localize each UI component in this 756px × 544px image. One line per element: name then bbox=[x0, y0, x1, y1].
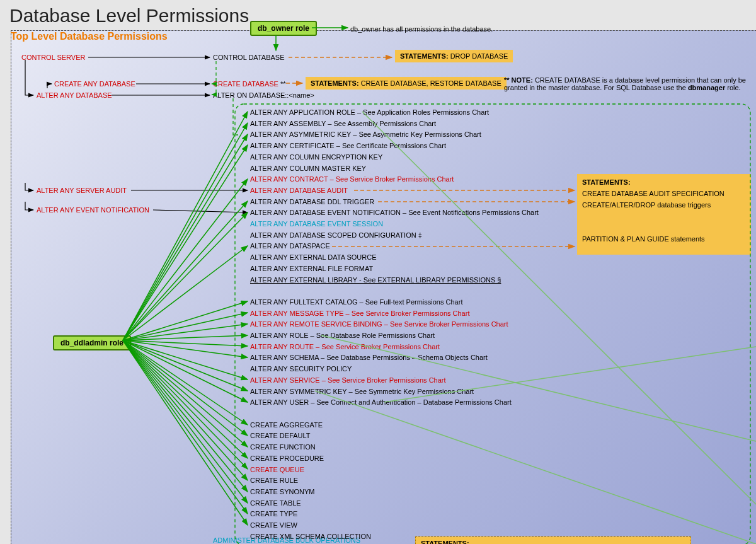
statement-box-right: STATEMENTS: CREATE DATABASE AUDIT SPECIF… bbox=[577, 174, 751, 255]
section-heading: Top Level Database Permissions bbox=[11, 31, 168, 42]
perm-create-any-database: CREATE ANY DATABASE bbox=[54, 80, 135, 88]
permission-item: ALTER ANY COLUMN ENCRYPTION KEY bbox=[250, 152, 539, 163]
note-dbmanager: dbmanager bbox=[688, 84, 725, 91]
permission-item: ALTER ANY SERVICE – See Service Broker P… bbox=[250, 375, 539, 386]
statement-text: CREATE DATABASE AUDIT SPECIFICATION bbox=[582, 190, 724, 197]
permission-item: ALTER ANY EXTERNAL FILE FORMAT bbox=[250, 263, 539, 275]
perm-control-server: CONTROL SERVER bbox=[21, 54, 85, 61]
permission-item: ALTER ANY ASYMMETRIC KEY – See Asymmetri… bbox=[250, 129, 539, 141]
permission-item bbox=[250, 286, 539, 297]
permission-item: CREATE TYPE bbox=[250, 509, 539, 520]
permission-item: CREATE RULE bbox=[250, 475, 539, 487]
permission-item: ALTER ANY DATABASE EVENT NOTIFICATION – … bbox=[250, 207, 539, 219]
permission-item: CREATE XML SCHEMA COLLECTION bbox=[250, 531, 539, 543]
permission-item: ALTER ANY DATABASE DDL TRIGGER bbox=[250, 197, 539, 208]
permission-item: ALTER ANY DATABASE AUDIT bbox=[250, 185, 539, 197]
statement-text: DROP DATABASE bbox=[449, 52, 508, 60]
statement-label: STATEMENTS: bbox=[400, 52, 449, 60]
permission-item: CREATE AGGREGATE bbox=[250, 420, 539, 431]
permission-item: ALTER ANY USER – See Connect and Authent… bbox=[250, 397, 539, 408]
permission-item: ALTER ANY ASSEMBLY – See Assembly Permis… bbox=[250, 119, 539, 130]
permission-item: ALTER ANY SCHEMA – See Database Permissi… bbox=[250, 352, 539, 364]
permission-item: CREATE QUEUE bbox=[250, 465, 539, 476]
note-tail: role. bbox=[725, 84, 740, 91]
statement-text: PARTITION & PLAN GUIDE statements bbox=[582, 235, 705, 243]
statement-text: CREATE/ALTER/DROP database triggers bbox=[582, 201, 711, 209]
perm-alter-any-server-audit: ALTER ANY SERVER AUDIT bbox=[37, 187, 127, 194]
statement-create-database: STATEMENTS: CREATE DATABASE, RESTORE DAT… bbox=[306, 77, 507, 90]
permission-item: ALTER ANY REMOTE SERVICE BINDING – See S… bbox=[250, 319, 539, 330]
permission-item: ALTER ANY ROUTE – See Service Broker Per… bbox=[250, 342, 539, 353]
permission-item: ALTER ANY CONTRACT – See Service Broker … bbox=[250, 174, 539, 185]
db-ddladmin-role-badge: db_ddladmin role bbox=[53, 335, 131, 350]
note-create-database: ** NOTE: CREATE DATABASE is a database l… bbox=[504, 76, 748, 91]
permission-item: CREATE SYNONYM bbox=[250, 487, 539, 498]
permission-item: CREATE FUNCTION bbox=[250, 442, 539, 453]
db-owner-role-badge: db_owner role bbox=[250, 21, 317, 36]
permission-item: ALTER ANY SECURITY POLICY bbox=[250, 364, 539, 375]
permission-item: ALTER ANY DATASPACE bbox=[250, 241, 539, 252]
page-title: Database Level Permissions bbox=[9, 5, 249, 26]
permission-item: ALTER ANY APPLICATION ROLE – See Applica… bbox=[250, 107, 539, 119]
statement-text: CREATE DATABASE, RESTORE DATABASE bbox=[359, 79, 501, 87]
permission-item: ALTER ANY SYMMETRIC KEY – See Symmetric … bbox=[250, 386, 539, 398]
permission-item: ALTER ANY DATABASE EVENT SESSION bbox=[250, 219, 539, 230]
statement-label: STATEMENTS: bbox=[311, 79, 359, 87]
perm-control-database: CONTROL DATABASE bbox=[213, 54, 284, 61]
permission-item: CREATE TABLE bbox=[250, 498, 539, 509]
permission-item: ALTER ANY ROLE – See Database Role Permi… bbox=[250, 330, 539, 342]
permission-item: ALTER ANY MESSAGE TYPE – See Service Bro… bbox=[250, 308, 539, 320]
permission-item: ALTER ANY COLUMN MASTER KEY bbox=[250, 163, 539, 175]
perm-alter-any-event-notification: ALTER ANY EVENT NOTIFICATION bbox=[37, 206, 149, 214]
permission-item: ALTER ANY CERTIFICATE – See Certificate … bbox=[250, 141, 539, 152]
perm-alter-any-database: ALTER ANY DATABASE bbox=[37, 91, 112, 99]
permission-item: ALTER ANY EXTERNAL DATA SOURCE bbox=[250, 252, 539, 263]
permission-list: ALTER ANY APPLICATION ROLE – See Applica… bbox=[250, 107, 539, 542]
statement-drop-database: STATEMENTS: DROP DATABASE bbox=[395, 50, 513, 62]
db-owner-description: db_owner has all permissions in the data… bbox=[350, 25, 493, 33]
perm-create-database: CREATE DATABASE ** bbox=[213, 80, 286, 88]
permission-item: ALTER ANY FULLTEXT CATALOG – See Full-te… bbox=[250, 297, 539, 308]
perm-alter-on-database: ALTER ON DATABASE::<name> bbox=[213, 91, 314, 99]
statement-label: STATEMENTS: bbox=[582, 178, 631, 186]
permission-item: ALTER ANY DATABASE SCOPED CONFIGURATION … bbox=[250, 230, 539, 241]
permission-item bbox=[250, 408, 539, 420]
permission-item: CREATE PROCEDURE bbox=[250, 453, 539, 465]
permission-item: CREATE VIEW bbox=[250, 520, 539, 531]
perm-create-database-text: CREATE DATABASE bbox=[213, 80, 278, 88]
note-label: ** NOTE: bbox=[504, 76, 533, 84]
permission-item: ALTER ANY EXTERNAL LIBRARY - See EXTERNA… bbox=[250, 275, 539, 286]
perm-footnote-marker: ** bbox=[278, 80, 286, 88]
permission-item: CREATE DEFAULT bbox=[250, 431, 539, 442]
